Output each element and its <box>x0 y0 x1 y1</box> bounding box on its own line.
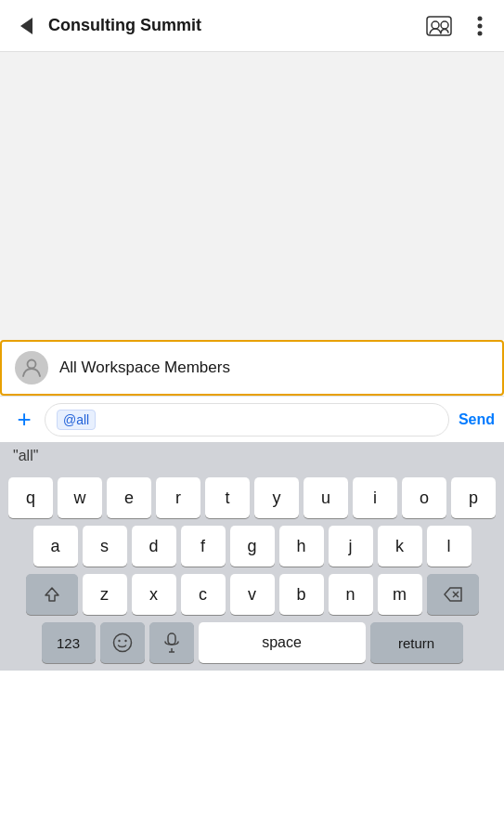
header-actions <box>426 13 493 39</box>
svg-point-5 <box>478 31 483 35</box>
key-l[interactable]: l <box>427 526 472 567</box>
key-w[interactable]: w <box>58 477 102 518</box>
mic-icon <box>164 632 179 653</box>
mention-label: All Workspace Members <box>59 358 230 377</box>
back-button[interactable] <box>11 11 41 41</box>
keyboard-row-1: q w e r t y u i o p <box>4 477 500 518</box>
person-icon-svg <box>21 358 42 378</box>
key-v[interactable]: v <box>230 574 275 615</box>
at-all-tag[interactable]: @all <box>57 410 96 430</box>
key-k[interactable]: k <box>378 526 422 567</box>
emoji-key[interactable] <box>100 622 145 663</box>
mic-key[interactable] <box>149 622 194 663</box>
header-left: Consulting Summit <box>11 11 201 41</box>
key-s[interactable]: s <box>83 526 127 567</box>
key-x[interactable]: x <box>132 574 176 615</box>
key-m[interactable]: m <box>378 574 422 615</box>
back-chevron-icon <box>20 18 32 34</box>
delete-icon <box>444 587 462 602</box>
dots-icon-svg <box>477 16 483 36</box>
svg-point-1 <box>432 21 439 29</box>
keyboard: q w e r t y u i o p a s d f g h j k l z … <box>0 470 504 671</box>
key-g[interactable]: g <box>230 526 275 567</box>
autocomplete-hint: "all" <box>0 442 504 470</box>
key-n[interactable]: n <box>329 574 373 615</box>
return-key[interactable]: return <box>370 622 463 663</box>
keyboard-row-3: z x c v b n m <box>4 574 500 615</box>
key-h[interactable]: h <box>279 526 324 567</box>
message-input[interactable]: @all <box>45 403 449 437</box>
page-title: Consulting Summit <box>48 16 201 35</box>
key-c[interactable]: c <box>181 574 226 615</box>
key-z[interactable]: z <box>83 574 127 615</box>
send-button[interactable]: Send <box>459 411 495 428</box>
group-icon-svg <box>426 16 452 36</box>
key-b[interactable]: b <box>279 574 324 615</box>
more-options-icon[interactable] <box>467 13 493 39</box>
svg-point-9 <box>113 634 131 652</box>
svg-point-4 <box>478 23 483 28</box>
svg-point-6 <box>28 360 36 369</box>
shift-key[interactable] <box>26 574 78 615</box>
key-r[interactable]: r <box>156 477 200 518</box>
group-members-icon[interactable] <box>426 13 452 39</box>
add-attachment-button[interactable]: + <box>9 405 39 435</box>
chat-area <box>0 52 504 340</box>
key-u[interactable]: u <box>304 477 348 518</box>
input-row: + @all Send <box>0 396 504 442</box>
svg-point-3 <box>478 16 483 20</box>
keyboard-row-2: a s d f g h j k l <box>4 526 500 567</box>
header: Consulting Summit <box>0 0 504 52</box>
key-i[interactable]: i <box>353 477 397 518</box>
numbers-label: 123 <box>57 635 80 651</box>
mention-suggestion[interactable]: All Workspace Members <box>0 340 504 396</box>
autocomplete-hint-text: "all" <box>13 448 38 463</box>
key-q[interactable]: q <box>8 477 53 518</box>
key-o[interactable]: o <box>402 477 446 518</box>
key-a[interactable]: a <box>33 526 78 567</box>
key-y[interactable]: y <box>254 477 299 518</box>
key-d[interactable]: d <box>132 526 176 567</box>
delete-key[interactable] <box>427 574 479 615</box>
return-label: return <box>398 635 434 651</box>
numbers-key[interactable]: 123 <box>42 622 96 663</box>
avatar <box>15 351 48 384</box>
svg-point-10 <box>118 640 120 642</box>
space-label: space <box>262 634 302 651</box>
svg-point-2 <box>441 21 448 29</box>
keyboard-bottom-row: 123 space return <box>4 622 500 663</box>
space-key[interactable]: space <box>199 622 366 663</box>
svg-rect-12 <box>168 633 175 645</box>
svg-point-11 <box>124 640 126 642</box>
emoji-icon <box>112 632 133 653</box>
key-f[interactable]: f <box>181 526 226 567</box>
shift-icon <box>44 586 60 603</box>
key-e[interactable]: e <box>107 477 151 518</box>
key-p[interactable]: p <box>451 477 496 518</box>
key-j[interactable]: j <box>329 526 373 567</box>
key-t[interactable]: t <box>205 477 250 518</box>
